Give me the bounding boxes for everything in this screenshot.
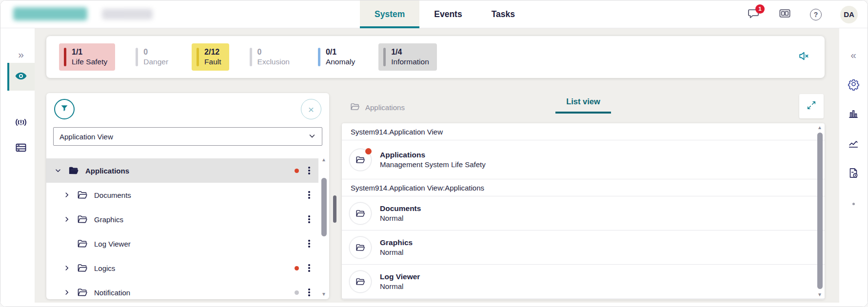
tree-row-logics[interactable]: Logics — [46, 256, 318, 280]
chip-exclusion[interactable]: 0 Exclusion — [245, 43, 297, 71]
chip-information[interactable]: 1/4 Information — [378, 43, 437, 71]
list-item-graphics[interactable]: Graphics Normal — [342, 230, 825, 265]
chevron-right-icon[interactable] — [63, 215, 71, 223]
tree-row-label: Logics — [94, 264, 115, 272]
trend-chart-button[interactable] — [845, 136, 862, 153]
list-item-documents[interactable]: Documents Normal — [342, 196, 825, 230]
layout-split-view-button[interactable] — [778, 8, 791, 21]
chip-label: Information — [391, 58, 429, 66]
chip-value: 2/12 — [204, 48, 221, 57]
group-header-label: System914.Application View:Applications — [351, 184, 484, 192]
document-clock-icon — [847, 167, 860, 181]
expand-rail-button[interactable]: » — [7, 44, 35, 65]
tree-row-label: Log Viewer — [94, 240, 131, 248]
severity-bar — [64, 48, 66, 66]
kebab-menu-icon[interactable] — [305, 167, 314, 174]
chip-anomaly[interactable]: 0/1 Anomaly — [313, 43, 363, 71]
list-scrollbar[interactable]: ▲ ▼ — [816, 125, 824, 297]
chevron-double-left-icon: « — [850, 49, 856, 61]
scroll-down-arrow[interactable]: ▼ — [817, 292, 822, 297]
kebab-menu-icon[interactable] — [305, 191, 314, 199]
item-subtitle: Normal — [380, 283, 420, 291]
scroll-down-arrow[interactable]: ▼ — [321, 292, 326, 297]
kebab-menu-icon[interactable] — [305, 288, 314, 296]
tab-tasks-label: Tasks — [492, 9, 515, 19]
tree-view: Applications — [46, 158, 318, 299]
settings-button[interactable] — [845, 77, 862, 93]
tree-row-applications[interactable]: Applications — [46, 158, 318, 183]
expand-panel-button[interactable] — [799, 94, 824, 118]
list-view: System914.Application View Applications — [342, 123, 825, 299]
clear-filter-button[interactable]: × — [301, 99, 321, 119]
filter-button[interactable] — [54, 99, 75, 119]
alarm-dot-red — [365, 148, 372, 154]
breadcrumb[interactable]: Applications — [350, 101, 405, 114]
chip-danger[interactable]: 0 Danger — [131, 43, 176, 71]
alarm-dot-none — [295, 193, 299, 197]
folder-icon — [77, 262, 88, 274]
collapse-rail-button[interactable]: « — [845, 47, 862, 63]
tree-row-log-viewer[interactable]: Log Viewer — [46, 231, 318, 256]
split-view-icon — [778, 7, 791, 22]
rail-overflow-dot — [845, 195, 862, 212]
bar-chart-button[interactable] — [845, 106, 862, 123]
event-sound-button[interactable] — [7, 113, 35, 134]
scroll-up-arrow[interactable]: ▲ — [321, 157, 326, 162]
severity-bar — [136, 48, 138, 66]
scrollbar-thumb[interactable] — [817, 133, 823, 289]
tab-tasks[interactable]: Tasks — [477, 0, 530, 28]
kebab-menu-icon[interactable] — [305, 215, 314, 223]
tree-row-documents[interactable]: Documents — [46, 183, 318, 207]
tab-events[interactable]: Events — [419, 0, 476, 28]
chevron-down-icon[interactable] — [54, 167, 62, 174]
close-icon: × — [308, 104, 314, 115]
chevron-placeholder — [63, 240, 71, 248]
tab-list-view[interactable]: List view — [555, 97, 611, 114]
list-item-log-viewer[interactable]: Log Viewer Normal — [342, 265, 825, 299]
chip-life-safety[interactable]: 1/1 Life Safety — [59, 43, 115, 71]
tab-system[interactable]: System — [360, 0, 419, 28]
scrollbar-thumb[interactable] — [321, 178, 327, 236]
kebab-menu-icon[interactable] — [305, 240, 314, 248]
item-subtitle: Management System Life Safety — [380, 161, 486, 169]
notifications-button[interactable]: 1 — [747, 8, 760, 21]
item-title: Applications — [380, 151, 486, 159]
system-browser-view-button[interactable] — [7, 63, 35, 91]
list-item-applications[interactable]: Applications Management System Life Safe… — [342, 140, 825, 179]
mute-alarms-button[interactable] — [795, 49, 812, 65]
item-title: Log Viewer — [380, 272, 420, 281]
chevron-right-icon[interactable] — [63, 264, 71, 272]
system-manager-button[interactable] — [7, 138, 35, 159]
chevron-right-icon[interactable] — [63, 288, 71, 296]
scheduled-report-button[interactable] — [845, 166, 862, 182]
group-header-label: System914.Application View — [351, 128, 443, 136]
chip-fault[interactable]: 2/12 Fault — [192, 43, 229, 71]
chip-label: Anomaly — [326, 58, 355, 66]
kebab-menu-icon[interactable] — [305, 264, 314, 272]
line-chart-icon — [847, 137, 860, 152]
view-selector-dropdown[interactable]: Application View — [53, 127, 322, 146]
folder-icon — [77, 287, 88, 298]
tree-row-notification[interactable]: Notification — [46, 280, 318, 299]
item-avatar — [349, 236, 372, 259]
severity-bar — [318, 48, 320, 66]
list-group-header: System914.Application View:Applications — [342, 179, 825, 196]
tree-scrollbar[interactable]: ▲ ▼ — [320, 157, 328, 297]
item-avatar — [349, 149, 372, 171]
help-button[interactable]: ? — [809, 8, 823, 21]
main-region: 1/1 Life Safety 0 Danger 2/12 Fault — [35, 28, 839, 303]
bar-chart-icon — [847, 107, 860, 122]
system-browser-panel: × Application View — [46, 93, 329, 299]
chip-label: Exclusion — [257, 58, 290, 66]
panel-splitter-handle[interactable] — [333, 195, 336, 223]
user-avatar[interactable]: DA — [840, 6, 858, 23]
scroll-up-arrow[interactable]: ▲ — [817, 125, 822, 130]
help-icon: ? — [810, 9, 822, 20]
notification-badge: 1 — [755, 4, 765, 14]
tree-row-label: Notification — [94, 288, 130, 297]
severity-bar — [197, 48, 199, 66]
tree-row-graphics[interactable]: Graphics — [46, 207, 318, 231]
chevron-right-icon[interactable] — [63, 191, 71, 199]
folder-icon — [350, 101, 360, 114]
filter-funnel-icon — [59, 103, 69, 115]
